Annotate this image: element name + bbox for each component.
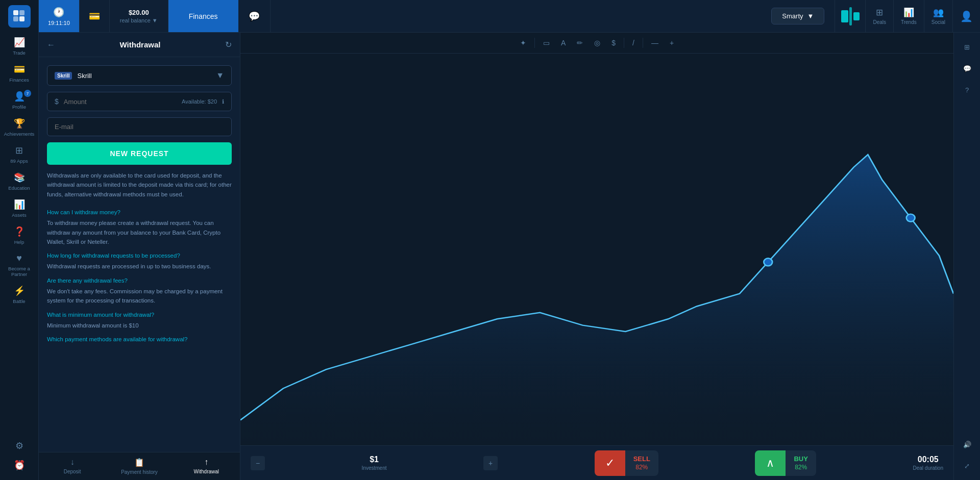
top-deals-button[interactable]: ⊞ Deals xyxy=(865,0,893,33)
faq-answer-1: Withdrawal requests are processed in up … xyxy=(47,262,232,271)
crosshair-tool[interactable]: ✦ xyxy=(517,37,529,49)
smarty-button[interactable]: Smarty ▼ xyxy=(771,8,824,24)
sidebar-item-help[interactable]: ❓ Help xyxy=(0,222,38,249)
education-icon: 📚 xyxy=(14,172,25,183)
sell-icon: ✓ xyxy=(595,450,625,476)
sound-button[interactable]: 🔊 xyxy=(958,435,976,453)
user-icon: 👤 xyxy=(960,10,973,22)
sidebar-item-assets[interactable]: 📊 Assets xyxy=(0,195,38,222)
svg-rect-6 xyxy=(853,12,860,20)
profile-icon: 👤 xyxy=(14,91,25,102)
expand-button[interactable]: ⤢ xyxy=(958,457,976,475)
assets-icon: 📊 xyxy=(14,199,25,210)
sidebar-item-settings[interactable]: ⚙ xyxy=(0,436,38,456)
help-button[interactable]: ? xyxy=(958,81,976,99)
brand-logo xyxy=(835,0,865,33)
grid-view-button[interactable]: ⊞ xyxy=(958,38,976,56)
faq-question-0[interactable]: How can I withdraw money? xyxy=(47,209,232,215)
email-input[interactable] xyxy=(47,117,232,136)
text-tool[interactable]: A xyxy=(558,37,569,49)
social-label: Social xyxy=(932,19,945,25)
message-button[interactable]: 💬 xyxy=(238,0,271,32)
price-tool[interactable]: $ xyxy=(608,37,619,49)
refresh-button[interactable]: ↻ xyxy=(225,40,232,49)
payment-history-tab[interactable]: 📋 Payment history xyxy=(106,452,173,480)
svg-rect-3 xyxy=(19,16,24,21)
increase-investment-button[interactable]: + xyxy=(483,456,498,470)
withdrawal-header: ← Withdrawal ↻ xyxy=(39,33,240,57)
user-button[interactable]: 👤 xyxy=(952,0,980,33)
app-logo[interactable] xyxy=(8,5,31,28)
sidebar-item-label-profile: Profile xyxy=(12,104,26,110)
sidebar-item-battle[interactable]: ⚡ Battle xyxy=(0,281,38,308)
sidebar-item-trade[interactable]: 📈 Trade xyxy=(0,33,38,60)
sidebar-item-partner[interactable]: ♥ Become a Partner xyxy=(0,249,38,281)
sidebar-item-label-apps: 89 Apps xyxy=(10,158,28,164)
withdrawal-tab[interactable]: ↑ Withdrawal xyxy=(173,452,240,480)
investment-label: Investment xyxy=(362,465,387,471)
card-button[interactable]: 💳 xyxy=(80,0,110,32)
clock-icon: 🕐 xyxy=(53,7,64,18)
top-social-button[interactable]: 👥 Social xyxy=(924,0,952,33)
balance-amount: $20.00 xyxy=(129,9,149,16)
sidebar-item-achievements[interactable]: 🏆 Achievements xyxy=(0,114,38,141)
sidebar-item-finances[interactable]: 💳 Finances xyxy=(0,60,38,87)
content-area: ← Withdrawal ↻ Skrill Skrill ▼ $ Availab… xyxy=(39,33,980,480)
buy-info: BUY 82% xyxy=(786,455,816,471)
available-balance: Available: $20 xyxy=(182,98,217,105)
faq-question-4[interactable]: Which payment methods are available for … xyxy=(47,336,232,342)
battle-icon: ⚡ xyxy=(14,285,25,296)
faq-question-2[interactable]: Are there any withdrawal fees? xyxy=(47,277,232,284)
left-sidebar: 📈 Trade 💳 Finances 👤 7 Profile 🏆 Achieve… xyxy=(0,0,39,480)
svg-rect-1 xyxy=(19,10,24,15)
back-button[interactable]: ← xyxy=(47,40,55,49)
sidebar-item-label-battle: Battle xyxy=(13,298,25,304)
info-icon[interactable]: ℹ xyxy=(222,98,224,105)
main-content: 🕐 19:11:10 💳 $20.00 real balance ▼ Finan… xyxy=(39,0,980,480)
partner-icon: ♥ xyxy=(16,253,22,264)
deals-icon: ⊞ xyxy=(876,7,883,18)
zoom-in-tool[interactable]: + xyxy=(667,37,677,49)
duration-label: Deal duration xyxy=(913,465,943,471)
deposit-tab[interactable]: ↓ Deposit xyxy=(39,452,106,480)
bottom-trading-bar: − $1 Investment + ✓ SELL 82% ∧ BUY xyxy=(240,445,953,480)
sidebar-item-profile[interactable]: 👤 7 Profile xyxy=(0,87,38,114)
profile-badge: 7 xyxy=(24,90,31,97)
line-tool[interactable]: / xyxy=(629,37,638,49)
circle-tool[interactable]: ◎ xyxy=(591,37,603,49)
faq-answer-3: Minimum withdrawal amount is $10 xyxy=(47,321,232,330)
investment-display: $1 Investment xyxy=(362,455,387,471)
balance-button[interactable]: $20.00 real balance ▼ xyxy=(110,0,168,32)
sidebar-item-history[interactable]: ⏰ xyxy=(0,456,38,475)
message-icon: 💬 xyxy=(249,11,260,22)
decrease-investment-button[interactable]: − xyxy=(251,456,265,470)
faq-answer-0: To withdraw money please create a withdr… xyxy=(47,218,232,246)
rectangle-tool[interactable]: ▭ xyxy=(540,37,553,49)
withdrawal-bottom-tabs: ↓ Deposit 📋 Payment history ↑ Withdrawal xyxy=(39,452,240,480)
chat-button[interactable]: 💬 xyxy=(958,59,976,78)
grid-icon: ⊞ xyxy=(964,43,970,51)
time-button[interactable]: 🕐 19:11:10 xyxy=(39,0,80,32)
settings-icon: ⚙ xyxy=(15,440,23,451)
sidebar-item-apps[interactable]: ⊞ 89 Apps xyxy=(0,141,38,168)
skrill-badge: Skrill xyxy=(55,72,72,80)
faq-question-3[interactable]: What is minimum amount for withdrawal? xyxy=(47,312,232,318)
skrill-label: Skrill xyxy=(77,72,211,80)
amount-input[interactable] xyxy=(64,98,177,106)
zoom-out-tool[interactable]: — xyxy=(648,37,662,49)
sidebar-item-label-trade: Trade xyxy=(13,50,25,56)
buy-percentage: 82% xyxy=(795,464,807,471)
new-request-button[interactable]: NEW REQUEST xyxy=(47,142,232,165)
payment-method-selector[interactable]: Skrill Skrill ▼ xyxy=(47,65,232,86)
draw-tool[interactable]: ✏ xyxy=(574,37,586,49)
duration-time: 00:05 xyxy=(918,455,939,464)
faq-question-1[interactable]: How long for withdrawal requests to be p… xyxy=(47,252,232,259)
help-icon: ❓ xyxy=(14,226,25,237)
top-trends-button[interactable]: 📊 Trends xyxy=(893,0,924,33)
finances-button[interactable]: Finances xyxy=(168,0,238,32)
chart-marker xyxy=(764,258,772,266)
sidebar-item-education[interactable]: 📚 Education xyxy=(0,168,38,195)
sidebar-item-label-partner: Become a Partner xyxy=(2,266,36,277)
chart-svg xyxy=(240,54,953,445)
sidebar-item-label-achievements: Achievements xyxy=(4,131,35,137)
